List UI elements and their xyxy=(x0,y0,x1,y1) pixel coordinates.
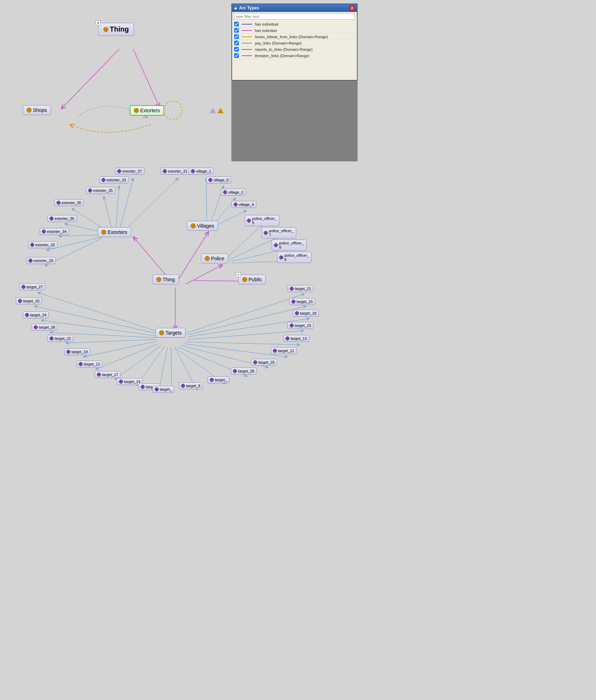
public-expand-icon[interactable]: + xyxy=(236,272,241,277)
target-9-label: target_9 xyxy=(186,384,200,388)
expand-icon[interactable]: + xyxy=(96,20,101,25)
node-dot xyxy=(246,218,251,223)
pay-links-checkbox[interactable] xyxy=(234,41,239,45)
svg-line-20 xyxy=(226,224,262,259)
extorter-35-node[interactable]: extorter_35 xyxy=(86,187,115,194)
police-officer-5-node[interactable]: police_officer_5 xyxy=(245,215,279,226)
levies-tribute-label: levies_tribute_from_links (Domain>Range) xyxy=(255,35,328,39)
target-28-node[interactable]: target_28 xyxy=(231,368,257,375)
target-24-node[interactable]: target_24 xyxy=(23,311,49,318)
has-individual-line xyxy=(242,24,252,25)
node-dot xyxy=(208,177,213,182)
target-ge2-node[interactable]: target_ xyxy=(208,376,229,383)
reports-to-checkbox[interactable] xyxy=(234,47,239,52)
targets-label: Targets xyxy=(165,330,182,336)
police-officer-8-node[interactable]: police_officer_8 xyxy=(272,240,306,251)
pay-links-label: pay_links (Domain>Range) xyxy=(255,41,302,45)
target-27-label: target_27 xyxy=(27,285,43,289)
thing-node-upper[interactable]: + Thing xyxy=(98,23,134,36)
target-19-node[interactable]: target_19 xyxy=(64,348,90,355)
svg-line-1 xyxy=(133,49,160,107)
village-2-label: village_2 xyxy=(228,190,243,194)
public-node[interactable]: + Public xyxy=(238,275,266,284)
target-18-node[interactable]: target_18 xyxy=(293,310,319,317)
target-26-node[interactable]: target_26 xyxy=(32,324,57,331)
police-label: Police xyxy=(211,256,224,261)
target-13-node[interactable]: target_13 xyxy=(283,335,309,342)
svg-line-8 xyxy=(116,186,119,231)
police-officer-7-node[interactable]: police_officer_7 xyxy=(262,227,296,238)
village-0-label: village_0 xyxy=(214,178,229,182)
target-25-node[interactable]: target_25 xyxy=(251,359,277,366)
target-14-label: target_14 xyxy=(124,379,140,384)
extorter-34-node[interactable]: extorter_34 xyxy=(40,228,69,235)
extorter-32-node[interactable]: extorter_32 xyxy=(28,241,57,248)
extorters-node-lower[interactable]: Extorters xyxy=(97,227,131,237)
targets-node[interactable]: Targets xyxy=(155,328,185,338)
levies-tribute-checkbox[interactable] xyxy=(234,34,239,39)
node-dot xyxy=(118,379,123,384)
has-subclass-checkbox[interactable] xyxy=(234,28,239,33)
node-dot xyxy=(30,242,35,247)
police-officer-8-label: police_officer_8 xyxy=(279,241,304,249)
extorter-37-node[interactable]: extorter_37 xyxy=(115,168,144,175)
target-9-node[interactable]: target_9 xyxy=(179,382,203,389)
node-dot xyxy=(289,323,294,328)
node-dot xyxy=(88,188,93,193)
arc-type-row-reports-to: reports_to_links (Domain>Range) xyxy=(232,46,357,53)
village-2-node[interactable]: village_2 xyxy=(221,189,246,196)
extorter-37-label: extorter_37 xyxy=(122,169,142,173)
village-4-node[interactable]: village_4 xyxy=(231,201,256,208)
target-11-node[interactable]: target_11 xyxy=(271,347,297,354)
extorter-29-node[interactable]: extorter_29 xyxy=(26,257,56,264)
node-dot xyxy=(134,108,139,113)
police-node[interactable]: Police xyxy=(201,254,228,263)
target-27-node[interactable]: target_27 xyxy=(19,283,45,290)
target-22-label: target_22 xyxy=(55,336,71,341)
node-dot xyxy=(291,299,296,304)
villages-node[interactable]: Villages xyxy=(187,221,218,231)
node-dot xyxy=(190,169,195,174)
village-1-node[interactable]: village_1 xyxy=(189,168,214,175)
extorter-36-node[interactable]: extorter_36 xyxy=(47,215,77,222)
shops-node[interactable]: Shops xyxy=(23,105,51,115)
target-12-node[interactable]: target_12 xyxy=(76,361,102,368)
upper-graph: + Thing Shops Extorters xyxy=(0,0,231,161)
has-individual-checkbox[interactable] xyxy=(234,22,239,26)
filter-input[interactable] xyxy=(234,13,355,20)
node-dot xyxy=(223,190,228,195)
node-dot xyxy=(78,362,83,366)
node-dot xyxy=(101,230,106,235)
svg-line-36 xyxy=(186,294,304,333)
node-dot xyxy=(140,384,145,389)
target-tbd-node[interactable]: target_ xyxy=(153,386,174,393)
extorter-33-label: extorter_33 xyxy=(107,178,126,182)
threaten-checkbox[interactable] xyxy=(234,53,239,58)
target-21-node[interactable]: target_21 xyxy=(287,285,313,292)
target-10-node[interactable]: target_10 xyxy=(16,297,42,304)
node-dot xyxy=(156,277,161,282)
extorter-31-node[interactable]: extorter_31 xyxy=(161,168,190,175)
panel-close-button[interactable]: X xyxy=(349,5,355,11)
levies-tribute-line xyxy=(242,36,252,37)
village-1-label: village_1 xyxy=(196,169,211,173)
target-15-node[interactable]: target_15 xyxy=(289,298,315,305)
node-dot xyxy=(209,377,214,382)
village-0-node[interactable]: village_0 xyxy=(206,176,231,183)
police-officer-6-node[interactable]: police_officer_6 xyxy=(277,252,312,263)
target-17-node[interactable]: target_17 xyxy=(95,371,121,378)
node-dot xyxy=(96,372,101,377)
node-dot xyxy=(154,387,159,392)
extorter-33-node[interactable]: extorter_33 xyxy=(99,176,129,183)
extorter-30-node[interactable]: extorter_30 xyxy=(54,199,84,206)
triangle-outline-icon xyxy=(210,108,216,113)
lower-graph: Thing Extorters Villages Police + Public… xyxy=(0,161,596,700)
target-22-node[interactable]: target_22 xyxy=(47,335,73,342)
svg-line-28 xyxy=(66,339,156,343)
svg-line-37 xyxy=(188,306,306,335)
node-dot xyxy=(21,284,26,289)
extorters-node-upper[interactable]: Extorters xyxy=(130,105,164,116)
thing-node-lower[interactable]: Thing xyxy=(153,275,179,284)
node-dot xyxy=(205,256,210,261)
target-23-node[interactable]: target_23 xyxy=(287,322,313,329)
